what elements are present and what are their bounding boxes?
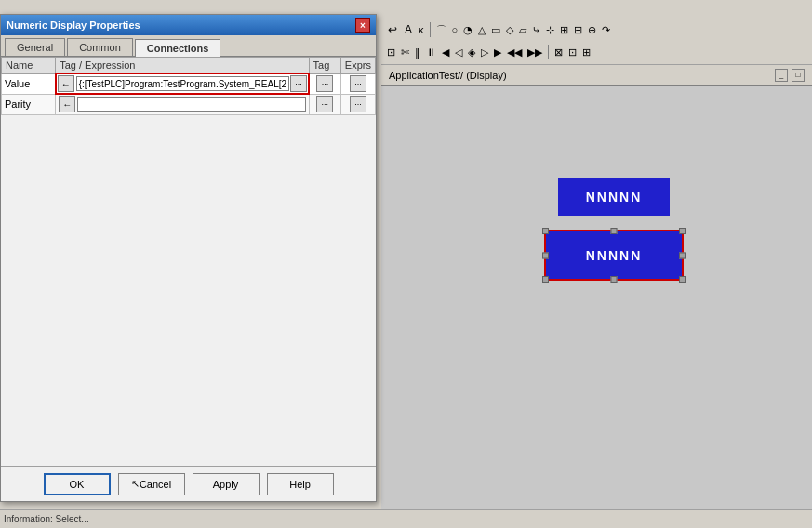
expr-ellipsis-btn-2[interactable]: ··· <box>350 96 366 112</box>
toolbar-icon-rect[interactable]: ▭ <box>489 23 502 37</box>
toolbar-icon-k[interactable]: ĸ <box>417 23 426 36</box>
col-header-expr: Exprs <box>340 58 375 74</box>
toolbar-icon-prev2[interactable]: ◁ <box>453 46 464 59</box>
sel-handle-tl <box>542 228 549 234</box>
cell-tag-parity[interactable]: ← <box>56 94 309 114</box>
tag-ellipsis-btn-1[interactable]: ··· <box>290 75 307 92</box>
table-row-parity: Parity ← ··· ··· <box>2 94 376 114</box>
toolbar-icon-group[interactable]: ⊞ <box>558 23 570 37</box>
col-header-tag-expr: Tag / Expression <box>56 58 309 74</box>
toolbar-row-1: ↩ A ĸ ⌒ ○ ◔ △ ▭ ◇ ▱ ⤷ ⊹ ⊞ ⊟ ⊕ ↷ <box>381 19 812 41</box>
toolbar-icon-diamond[interactable]: ◇ <box>504 23 515 37</box>
toolbar-separator-1 <box>430 22 431 37</box>
toolbar-icon-ff[interactable]: ▶▶ <box>526 46 544 59</box>
ok-button[interactable]: OK <box>44 473 111 495</box>
toolbar-icon-a[interactable]: A <box>402 22 415 37</box>
tag-text-field-2[interactable] <box>77 97 305 112</box>
canvas-controls: _ □ <box>775 69 805 82</box>
canvas-title: ApplicationTest// (Display) <box>389 70 507 81</box>
toolbar-icon-triangle[interactable]: △ <box>476 23 487 37</box>
dialog-buttons: OK ↖ Cancel Apply Help <box>1 466 376 501</box>
dialog-close-btn[interactable]: × <box>355 18 370 33</box>
toolbar-icon-select[interactable]: ⊹ <box>544 23 556 37</box>
sel-handle-mr <box>679 252 686 258</box>
tab-connections[interactable]: Connections <box>135 39 221 57</box>
toolbar-icon-zoom[interactable]: ⊕ <box>586 23 598 37</box>
apply-button[interactable]: Apply <box>193 473 260 495</box>
sel-handle-bc <box>611 276 618 283</box>
cell-tag-value[interactable]: ← {:[TestPLC]Program:TestProgram.System_… <box>56 73 309 94</box>
back-arrow-btn[interactable]: ← <box>58 75 74 92</box>
properties-dialog: Numeric Display Properties × General Com… <box>0 14 377 502</box>
cell-name-value: Value <box>2 73 56 94</box>
toolbar-icon-rotate[interactable]: ↷ <box>600 23 612 37</box>
nd-element-top[interactable]: NNNNN <box>558 178 670 216</box>
cell-tag-flag-parity: ··· <box>309 94 340 114</box>
toolbar-icon-play2[interactable]: ▶ <box>492 46 503 59</box>
toolbar-row-2: ⊡ ✄ ‖ ⏸ ◀ ◁ ◈ ▷ ▶ ◀◀ ▶▶ ⊠ ⊡ ⊞ <box>381 41 812 63</box>
toolbar-icon-parallelogram[interactable]: ▱ <box>517 23 528 37</box>
toolbar-icon-rewind[interactable]: ◀◀ <box>505 46 524 59</box>
toolbar-icon-undo[interactable]: ↩ <box>385 22 400 37</box>
sel-handle-br <box>679 276 686 283</box>
toolbar-icon-fill[interactable]: ⊟ <box>572 23 584 37</box>
sel-handle-ml <box>542 252 549 258</box>
canvas-titlebar: ApplicationTest// (Display) _ □ <box>381 65 812 86</box>
table-row-value: Value ← {:[TestPLC]Program:TestProgram.S… <box>2 73 376 94</box>
toolbar-icon-arc[interactable]: ⌒ <box>434 22 448 38</box>
sel-handle-tc <box>611 228 618 234</box>
tag-ellipsis-btn-3[interactable]: ··· <box>316 96 333 112</box>
tab-general[interactable]: General <box>5 38 65 56</box>
cell-name-parity: Parity <box>2 94 56 114</box>
toolbar-icon-arc2[interactable]: ◔ <box>461 23 474 37</box>
tab-common[interactable]: Common <box>67 38 133 56</box>
col-header-tag: Tag <box>309 58 340 74</box>
dialog-title: Numeric Display Properties <box>7 20 140 31</box>
toolbar-icon-step[interactable]: ⏸ <box>424 46 438 59</box>
expr-ellipsis-btn-1[interactable]: ··· <box>350 75 366 92</box>
cancel-button[interactable]: ↖ Cancel <box>118 473 185 495</box>
cell-expr-parity: ··· <box>340 94 375 114</box>
toolbar-icon-prev[interactable]: ◀ <box>440 46 451 59</box>
toolbar-icon-circle[interactable]: ○ <box>450 23 460 36</box>
canvas-restore-btn[interactable]: □ <box>792 69 805 82</box>
help-button[interactable]: Help <box>267 473 334 495</box>
dialog-titlebar: Numeric Display Properties × <box>1 15 376 35</box>
toolbar-icon-align1[interactable]: ⊠ <box>552 46 565 59</box>
toolbar-icon-cut[interactable]: ✄ <box>399 46 411 59</box>
toolbar-icon-align3[interactable]: ⊞ <box>580 46 592 59</box>
tag-ellipsis-btn-2[interactable]: ··· <box>316 75 333 92</box>
canvas-inner: NNNNN NNNNN <box>381 86 812 528</box>
nd-top-label: NNNNN <box>586 190 643 205</box>
toolbar-separator-2 <box>548 45 549 59</box>
app-toolbar: ↩ A ĸ ⌒ ○ ◔ △ ▭ ◇ ▱ ⤷ ⊹ ⊞ ⊟ ⊕ ↷ ⊡ ✄ ‖ ⏸ … <box>381 19 812 65</box>
toolbar-icon-pause[interactable]: ‖ <box>413 46 422 59</box>
canvas-content: NNNNN NNNNN <box>381 86 812 528</box>
connections-table: Name Tag / Expression Tag Exprs <box>1 57 376 115</box>
toolbar-icon-save[interactable]: ⊡ <box>385 46 397 59</box>
toolbar-icon-cursor[interactable]: ⤷ <box>530 23 542 37</box>
col-header-name: Name <box>2 58 56 74</box>
toolbar-icon-stop[interactable]: ◈ <box>466 46 477 59</box>
cell-tag-flag-value: ··· <box>309 73 340 94</box>
dialog-tabs: General Common Connections <box>1 35 376 57</box>
canvas-area: ApplicationTest// (Display) _ □ NNNNN NN… <box>381 65 812 528</box>
arrow-cursor-icon: ↖ <box>131 478 140 490</box>
tag-input-inner-2: ← <box>59 96 305 113</box>
nd-element-bottom[interactable]: NNNNN <box>544 230 684 281</box>
dialog-content-area: Name Tag / Expression Tag Exprs <box>1 57 376 466</box>
back-arrow-btn-2[interactable]: ← <box>59 96 75 112</box>
canvas-minimize-btn[interactable]: _ <box>775 69 788 82</box>
sel-handle-tr <box>679 228 686 234</box>
toolbar-icon-align2[interactable]: ⊡ <box>566 46 579 59</box>
sel-handle-bl <box>542 276 549 283</box>
cell-expr-value: ··· <box>340 73 375 94</box>
nd-bottom-label: NNNNN <box>586 248 643 263</box>
tag-input-inner: ← {:[TestPLC]Program:TestProgram.System_… <box>58 75 307 92</box>
status-bar: Information: Select... <box>0 509 812 528</box>
tag-text-field[interactable]: {:[TestPLC]Program:TestProgram.System_RE… <box>76 76 289 91</box>
status-text: Information: Select... <box>4 514 89 524</box>
toolbar-icon-play[interactable]: ▷ <box>479 46 490 59</box>
